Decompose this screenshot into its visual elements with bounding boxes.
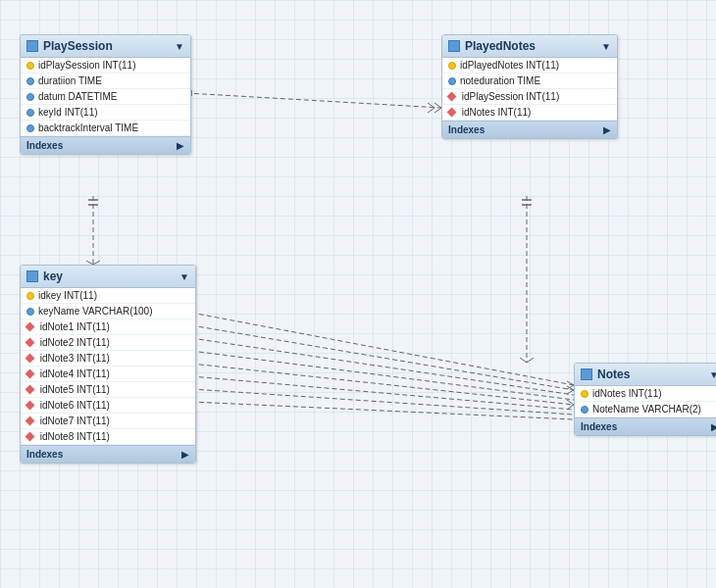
table-row: idNote4 INT(11) (21, 367, 195, 382)
field-label: datum DATETIME (38, 91, 117, 102)
table-row: idNotes INT(11) (442, 105, 617, 121)
table-row: keyId INT(11) (21, 105, 190, 121)
footer-label: Indexes (581, 421, 617, 432)
field-label: noteduration TIME (460, 75, 540, 86)
field-label: idNotes INT(11) (592, 388, 662, 399)
field-icon (26, 354, 35, 364)
table-row: duratiion TIME (21, 74, 190, 89)
table-title: PlaySession (43, 39, 170, 53)
table-row: idNote6 INT(11) (21, 398, 195, 414)
svg-line-16 (527, 358, 534, 363)
field-label: backtrackInterval TIME (38, 122, 138, 133)
header-dropdown-icon[interactable]: ▼ (179, 271, 189, 282)
svg-line-15 (520, 358, 527, 363)
field-label: idNote8 INT(11) (37, 431, 110, 442)
field-icon (26, 416, 35, 426)
field-icon (26, 401, 35, 411)
field-icon (26, 369, 35, 379)
header-dropdown-icon[interactable]: ▼ (175, 41, 184, 52)
table-row: idNote7 INT(11) (21, 414, 195, 429)
played-notes-table: PlayedNotes ▼ idPlayedNotes INT(11) note… (441, 34, 618, 139)
svg-line-39 (191, 389, 574, 415)
field-label: idNote6 INT(11) (37, 400, 110, 411)
table-row: idNote3 INT(11) (21, 351, 195, 367)
table-row: idPlayedNotes INT(11) (442, 58, 617, 74)
played-notes-header[interactable]: PlayedNotes ▼ (442, 35, 617, 58)
svg-line-22 (191, 325, 574, 390)
key-header[interactable]: key ▼ (21, 266, 195, 288)
svg-line-30 (191, 351, 574, 400)
key-icon (26, 292, 34, 300)
table-row: keyName VARCHAR(100) (21, 304, 195, 319)
field-label: idNote7 INT(11) (37, 416, 110, 426)
field-icon (26, 308, 34, 316)
field-label: NoteName VARCHAR(2) (592, 404, 701, 415)
field-icon (26, 93, 34, 101)
svg-line-46 (567, 405, 574, 410)
field-icon (26, 322, 35, 332)
svg-line-2 (435, 108, 441, 113)
table-footer[interactable]: Indexes ▶ (21, 136, 190, 154)
field-icon (26, 77, 34, 85)
table-footer[interactable]: Indexes ▶ (575, 417, 716, 435)
table-title: Notes (597, 368, 704, 381)
table-footer[interactable]: Indexes ▶ (21, 445, 195, 463)
table-row: idNote5 INT(11) (21, 382, 195, 398)
play-session-header[interactable]: PlaySession ▼ (21, 35, 190, 58)
footer-label: Indexes (448, 124, 485, 135)
svg-line-1 (435, 103, 441, 108)
field-icon (448, 77, 456, 85)
table-row: idPlaySession INT(11) (21, 58, 190, 74)
field-icon (26, 338, 35, 348)
field-icon (26, 432, 35, 442)
svg-line-36 (191, 376, 574, 410)
header-dropdown-icon[interactable]: ▼ (601, 41, 611, 52)
table-row: NoteName VARCHAR(2) (575, 402, 716, 417)
table-row: idNote8 INT(11) (21, 429, 195, 445)
field-icon (26, 109, 34, 117)
field-label: idNote5 INT(11) (37, 384, 110, 395)
svg-line-26 (567, 390, 574, 394)
table-title: PlayedNotes (465, 39, 596, 53)
svg-line-20 (567, 381, 574, 385)
key-table: key ▼ idkey INT(11) keyName VARCHAR(100)… (20, 265, 196, 464)
table-row: idNotes INT(11) (575, 386, 716, 402)
svg-line-25 (567, 386, 574, 390)
svg-line-42 (191, 402, 574, 419)
footer-label: Indexes (26, 449, 63, 460)
table-title: key (43, 270, 175, 283)
svg-line-3 (428, 103, 435, 108)
svg-line-33 (191, 364, 574, 405)
key-icon (448, 62, 456, 70)
field-label: idNote1 INT(11) (37, 321, 110, 332)
svg-line-0 (186, 93, 441, 108)
field-label: idNote2 INT(11) (37, 337, 110, 348)
footer-label: Indexes (26, 140, 63, 151)
table-row: noteduration TIME (442, 74, 617, 89)
field-label: idNote4 INT(11) (37, 368, 110, 379)
footer-arrow-icon: ▶ (603, 124, 611, 135)
play-session-table: PlaySession ▼ idPlaySession INT(11) dura… (20, 34, 191, 155)
footer-arrow-icon: ▶ (711, 421, 716, 432)
field-label: idPlayedNotes INT(11) (460, 60, 559, 71)
field-icon (447, 92, 457, 102)
svg-line-17 (191, 313, 574, 385)
table-icon (26, 270, 38, 282)
field-label: keyId INT(11) (38, 107, 98, 118)
field-label: idkey INT(11) (38, 290, 97, 301)
table-row: idNote2 INT(11) (21, 335, 195, 351)
table-row: idkey INT(11) (21, 288, 195, 304)
key-icon (581, 390, 588, 398)
header-dropdown-icon[interactable]: ▼ (709, 369, 716, 380)
table-footer[interactable]: Indexes ▶ (442, 121, 617, 138)
table-icon (26, 40, 38, 52)
svg-line-4 (428, 108, 435, 113)
field-icon (447, 108, 457, 118)
notes-header[interactable]: Notes ▼ (575, 364, 716, 386)
table-row: backtrackInterval TIME (21, 121, 190, 136)
key-icon (26, 62, 34, 70)
table-row: idNote1 INT(11) (21, 319, 195, 335)
table-row: idPlaySession INT(11) (442, 89, 617, 105)
field-icon (581, 406, 588, 414)
field-icon (26, 124, 34, 132)
